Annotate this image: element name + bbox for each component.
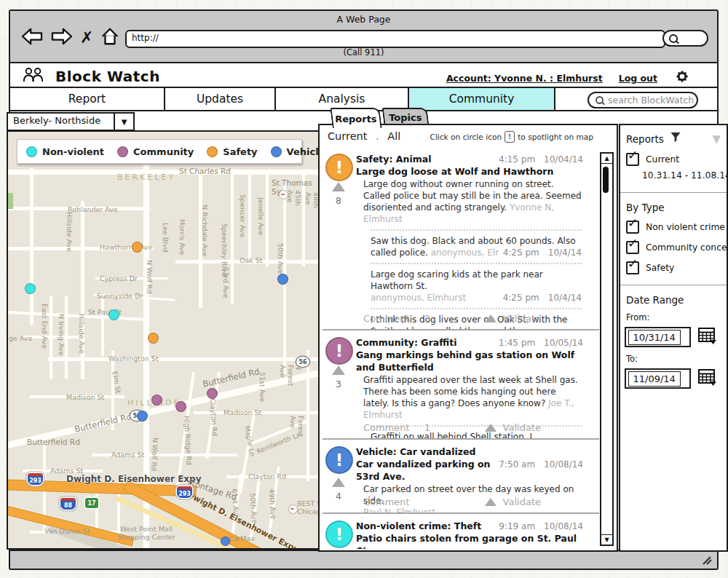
collapse-icon[interactable]: ▼: [712, 132, 721, 146]
map-panel[interactable]: Non-violentCommunitySafetyVehicle X BERK…: [7, 130, 320, 550]
app-title: Block Watch: [55, 68, 160, 85]
checkbox-checked[interactable]: ✓: [626, 153, 639, 166]
report-title: Large dog loose at Wolf and Hawthorn: [356, 165, 553, 178]
validate-button[interactable]: Validate: [485, 422, 541, 433]
type-filter-community-concern[interactable]: ✓Community concern: [620, 235, 727, 256]
comment-button[interactable]: Comment: [363, 313, 410, 324]
map-label: Lee Blvd: [162, 223, 170, 253]
legend-item-non-violent: Non-violent: [26, 146, 104, 157]
scrollbar-thumb[interactable]: [603, 167, 609, 193]
legend-item-vehicle: Vehicle: [271, 146, 320, 157]
map-dot-community-report[interactable]: [151, 395, 162, 405]
map-label: Cypress Dr: [100, 274, 138, 282]
calendar-icon[interactable]: [697, 326, 717, 347]
legend-dot: [26, 146, 37, 157]
report-author: Paul N, Elmhurst: [363, 507, 582, 512]
map-label: Dwight D. Eisenhower Expy: [66, 474, 202, 484]
map-dot-vehicle-report[interactable]: [277, 274, 288, 285]
map-label: Jenelle Ave: [257, 197, 265, 235]
from-date-input[interactable]: 10/31/14: [625, 327, 691, 347]
back-icon[interactable]: [20, 27, 44, 49]
filter-icon[interactable]: [670, 132, 681, 146]
validate-button[interactable]: Validate: [485, 313, 541, 324]
report-title: Car vandalized parking on 53rd Ave.: [356, 458, 499, 483]
scrollbar[interactable]: ▲ ▼: [600, 152, 614, 546]
type-filter-non-violent-crime[interactable]: ✓Non violent crime: [620, 215, 727, 235]
filter-current[interactable]: Current: [328, 130, 367, 142]
tab-analysis[interactable]: Analysis: [276, 88, 409, 110]
map-label: N Irving Ave: [58, 314, 66, 356]
route-shield: 17: [85, 498, 98, 508]
route-shield: 293: [28, 473, 43, 485]
account-link[interactable]: Account: Yvonne N. : Elmhurst: [446, 73, 603, 84]
map-road: [8, 193, 13, 209]
map-label: CarMax: [229, 534, 255, 542]
report-card: !Non-violent crime: Theft9:19 am10/08/14…: [323, 512, 599, 549]
map-poi-icon: [288, 504, 298, 514]
checkbox-checked[interactable]: ✓: [626, 241, 639, 254]
map-dot-non-violent-report[interactable]: [25, 283, 36, 294]
tab-updates[interactable]: Updates: [165, 88, 276, 110]
blockwatch-search[interactable]: search BlockWatch: [587, 92, 698, 108]
chevron-down-icon[interactable]: ▼: [114, 114, 133, 130]
scroll-down-icon[interactable]: ▼: [601, 534, 612, 545]
stop-icon[interactable]: ✗: [80, 28, 93, 47]
upvote-button[interactable]: 3: [332, 365, 345, 389]
resize-handle-icon[interactable]: [700, 554, 713, 568]
map-label: N Richdale Ave: [201, 205, 209, 256]
report-author: Yvonne N, Elmhurst: [363, 202, 554, 224]
upvote-button[interactable]: 8: [332, 182, 345, 206]
logout-link[interactable]: Log out: [619, 73, 657, 84]
legend-dot: [271, 146, 282, 157]
map-dot-vehicle-report[interactable]: [137, 411, 148, 421]
tab-topics[interactable]: Topics: [382, 108, 430, 125]
map-road: [8, 311, 146, 321]
home-icon[interactable]: [100, 27, 120, 49]
validate-triangle-icon: [485, 498, 496, 506]
forward-icon[interactable]: [50, 27, 74, 49]
map-dot-safety-report[interactable]: [132, 242, 143, 253]
region-dropdown[interactable]: Berkely- Northside ▼: [7, 112, 135, 131]
map-dot-community-report[interactable]: [207, 388, 218, 399]
gear-icon[interactable]: [675, 69, 689, 87]
filter-all[interactable]: All: [387, 130, 400, 142]
spotlight-bang-icon[interactable]: !: [325, 446, 353, 474]
type-options: ✓Non violent crime✓Community concern✓Saf…: [620, 215, 727, 276]
map-dot-community-report[interactable]: [175, 401, 186, 412]
map-label: Morris Ave: [178, 219, 186, 256]
comment-timestamp: 4:25 pm 10/4/14: [499, 247, 582, 258]
scroll-up-icon[interactable]: ▲: [601, 154, 612, 164]
spotlight-bang-icon[interactable]: !: [325, 154, 353, 181]
calendar-icon[interactable]: [697, 368, 717, 389]
map-label: BERKELEY: [117, 173, 175, 182]
map-dot-non-violent-report[interactable]: [108, 309, 119, 320]
checkbox-label: Community concern: [646, 242, 728, 253]
url-input[interactable]: http://: [125, 30, 665, 48]
validate-button[interactable]: Validate: [485, 496, 541, 507]
report-body: Graffiti appeared over the last week at …: [363, 374, 582, 421]
filter-current-row[interactable]: ✓ Current: [620, 147, 727, 167]
browser-search-box[interactable]: [662, 30, 708, 47]
report-category-row: Vehicle: Car vandalized: [356, 440, 583, 458]
spotlight-bang-icon[interactable]: !: [325, 520, 353, 548]
current-date-range: 10.31.14 - 11.08.14: [620, 167, 727, 188]
app-logo: Block Watch: [22, 66, 160, 87]
spotlight-bang-icon[interactable]: !: [325, 337, 353, 365]
checkbox-checked[interactable]: ✓: [626, 261, 639, 274]
comment-button[interactable]: Comment: [363, 496, 410, 507]
tab-reports[interactable]: Reports: [330, 108, 381, 128]
map-road: [7, 504, 133, 546]
route-shield: 88: [60, 498, 76, 510]
upvote-count: 3: [332, 379, 345, 389]
to-date-input[interactable]: 11/09/14: [625, 368, 691, 389]
checkbox-checked[interactable]: ✓: [626, 221, 639, 234]
search-icon: [669, 34, 678, 43]
comment-button[interactable]: Comment: [363, 422, 410, 433]
map-dot-safety-report[interactable]: [148, 333, 159, 344]
type-filter-safety[interactable]: ✓Safety: [620, 256, 727, 276]
sidebar-title: Reports: [626, 133, 664, 145]
tab-community[interactable]: Community: [409, 88, 555, 110]
report-timestamp: 1:45 pm10/05/14: [499, 338, 583, 348]
upvote-button[interactable]: 4: [332, 478, 345, 502]
tab-report[interactable]: Report: [10, 88, 165, 110]
